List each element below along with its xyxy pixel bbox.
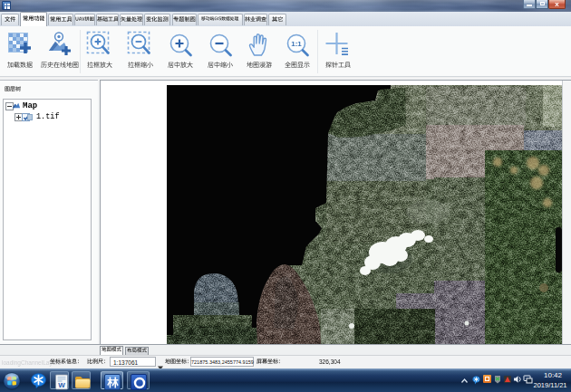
svg-text:W: W — [58, 381, 65, 389]
svg-text:1:1: 1:1 — [291, 40, 302, 48]
